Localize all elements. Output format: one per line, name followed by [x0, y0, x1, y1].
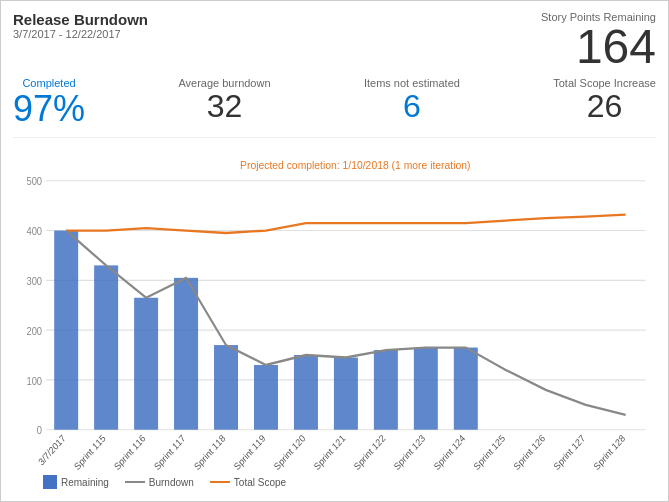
svg-text:Projected completion: 1/10/201: Projected completion: 1/10/2018 (1 more … — [240, 158, 470, 171]
svg-text:3/7/2017: 3/7/2017 — [37, 433, 68, 467]
svg-text:Sprint 118: Sprint 118 — [192, 433, 227, 472]
svg-rect-17 — [254, 365, 278, 430]
svg-rect-20 — [374, 350, 398, 430]
svg-text:Sprint 126: Sprint 126 — [512, 433, 547, 472]
svg-rect-22 — [454, 347, 478, 429]
legend-total-scope-icon — [210, 481, 230, 483]
svg-text:500: 500 — [26, 175, 42, 187]
svg-rect-18 — [294, 355, 318, 430]
svg-text:Sprint 116: Sprint 116 — [112, 433, 147, 472]
svg-text:Sprint 124: Sprint 124 — [432, 433, 467, 472]
svg-text:100: 100 — [26, 375, 42, 387]
items-not-estimated-value: 6 — [403, 89, 421, 124]
stat-items-not-estimated: Items not estimated 6 — [364, 77, 460, 129]
avg-burndown-value: 32 — [207, 89, 243, 124]
svg-rect-21 — [414, 347, 438, 429]
date-range: 3/7/2017 - 12/22/2017 — [13, 28, 148, 40]
legend-burndown-label: Burndown — [149, 477, 194, 488]
stat-total-scope: Total Scope Increase 26 — [553, 77, 656, 129]
completed-value: 97% — [13, 89, 85, 129]
svg-text:Sprint 125: Sprint 125 — [472, 433, 507, 472]
svg-text:Sprint 128: Sprint 128 — [592, 433, 627, 472]
svg-text:Sprint 117: Sprint 117 — [152, 433, 187, 472]
legend-remaining-icon — [43, 475, 57, 489]
legend-burndown-icon — [125, 481, 145, 483]
svg-text:200: 200 — [26, 325, 42, 337]
stat-completed: Completed 97% — [13, 77, 85, 129]
svg-rect-13 — [94, 265, 118, 429]
svg-text:Sprint 122: Sprint 122 — [352, 433, 387, 472]
svg-text:Sprint 120: Sprint 120 — [272, 433, 307, 472]
svg-text:300: 300 — [26, 275, 42, 287]
svg-rect-16 — [214, 345, 238, 430]
legend-remaining-label: Remaining — [61, 477, 109, 488]
chart-area: 01002003004005003/7/2017Sprint 115Sprint… — [13, 146, 656, 493]
svg-text:Sprint 119: Sprint 119 — [232, 433, 267, 472]
svg-text:Sprint 127: Sprint 127 — [552, 433, 587, 472]
burndown-chart: 01002003004005003/7/2017Sprint 115Sprint… — [13, 146, 656, 493]
svg-rect-19 — [334, 357, 358, 429]
total-scope-value: 26 — [587, 89, 623, 124]
story-points-value: 164 — [576, 20, 656, 73]
header: Release Burndown 3/7/2017 - 12/22/2017 S… — [13, 11, 656, 71]
svg-text:Sprint 115: Sprint 115 — [72, 433, 107, 472]
story-points-section: Story Points Remaining 164 — [541, 11, 656, 71]
stats-row: Completed 97% Average burndown 32 Items … — [13, 77, 656, 138]
svg-rect-12 — [54, 230, 78, 429]
svg-text:Sprint 123: Sprint 123 — [392, 433, 427, 472]
svg-text:Sprint 121: Sprint 121 — [312, 433, 347, 472]
legend-total-scope-label: Total Scope — [234, 477, 286, 488]
svg-text:0: 0 — [37, 424, 43, 436]
svg-rect-14 — [134, 297, 158, 429]
chart-title: Release Burndown — [13, 11, 148, 28]
svg-rect-15 — [174, 277, 198, 429]
stat-avg-burndown: Average burndown 32 — [178, 77, 270, 129]
header-left: Release Burndown 3/7/2017 - 12/22/2017 — [13, 11, 148, 40]
svg-text:400: 400 — [26, 225, 42, 237]
